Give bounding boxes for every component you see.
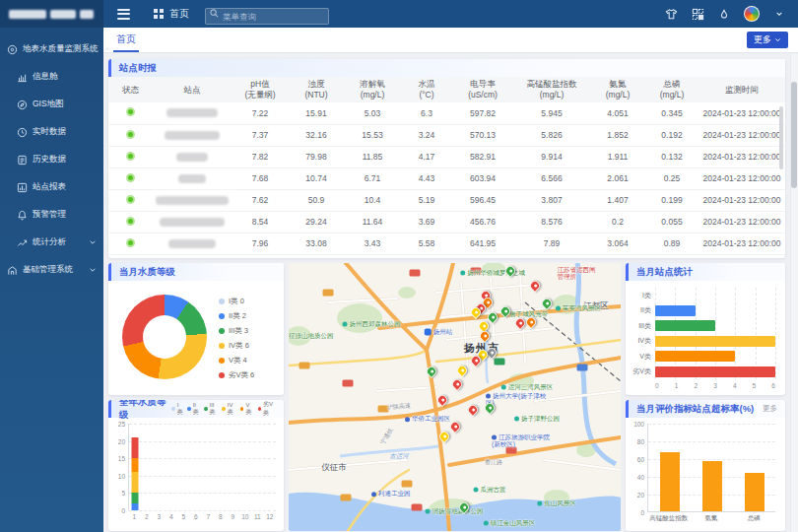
map-marker-green[interactable] — [503, 264, 517, 278]
cell-value: 7.68 — [232, 167, 289, 189]
sidebar-item-1[interactable]: 信息舱 — [0, 63, 103, 91]
map-marker-red[interactable] — [466, 403, 480, 417]
cell-value: 79.98 — [289, 146, 344, 167]
map-marker-yellow[interactable] — [455, 364, 469, 377]
cell-value: 2024-01-23 12:00:00 — [698, 102, 785, 124]
map-marker-green[interactable] — [486, 310, 499, 324]
cell-value: 1.852 — [590, 124, 645, 146]
cell-value: 2024-01-23 12:00:00 — [698, 124, 785, 146]
map-marker-red[interactable] — [435, 393, 449, 407]
table-scrollbar-thumb[interactable] — [779, 106, 783, 169]
chevron-down-icon — [89, 266, 97, 274]
rate-bar-chart: 020406080100 高锰酸盐指数氨氮总磷 — [626, 418, 785, 531]
map-label-park: 润扬湿地森林公园 — [426, 507, 484, 516]
stacked-bar-month-2 — [141, 424, 153, 510]
map-marker-orange[interactable] — [478, 329, 492, 343]
cell-value: 6.3 — [401, 102, 452, 124]
month-station-stats-panel: 当月站点统计 I类II类III类IV类V类劣V类 0123456 — [626, 263, 785, 395]
legend-item[interactable]: III类 3 — [219, 323, 254, 338]
donut-legend: I类 0II类 2III类 3IV类 6V类 4劣V类 6 — [219, 294, 254, 382]
map-marker-red[interactable] — [448, 420, 462, 433]
system-icon — [7, 44, 18, 55]
legend-item[interactable]: II类 2 — [219, 308, 254, 323]
table-row[interactable]: 7.8279.9811.854.17582.919.9141.9110.1322… — [108, 146, 785, 167]
page-scrollbar[interactable] — [790, 54, 798, 532]
panel-more-link[interactable]: 更多 — [763, 404, 777, 414]
cell-value: 0.199 — [645, 189, 698, 211]
map-marker-green[interactable] — [499, 304, 512, 318]
cell-value: 5.03 — [344, 102, 401, 124]
map-marker-green[interactable] — [425, 365, 438, 378]
legend-item[interactable]: 劣V类 6 — [219, 367, 254, 382]
station-name-redacted — [168, 239, 216, 248]
legend-item[interactable]: V类 — [240, 400, 253, 418]
topnav-home-label: 首页 — [169, 7, 189, 21]
topbar: 首页 — [103, 0, 798, 28]
theme-shirt-icon[interactable] — [664, 7, 678, 21]
table-row[interactable]: 7.6810.746.714.43603.946.5662.0610.25202… — [108, 167, 785, 189]
map-marker-green[interactable] — [540, 297, 554, 310]
legend-item[interactable]: I类 — [171, 400, 183, 418]
table-row[interactable]: 7.6250.910.45.19596.453.8071.4070.199202… — [108, 189, 785, 211]
gis-map[interactable]: 扬州市江都区仪征市扬州华侨城梦幻之城唐子城风光带茱萸湾风景区扬州西郊森林公园仪征… — [289, 263, 621, 531]
cell-value: 7.22 — [232, 102, 289, 124]
cell-value: 603.94 — [452, 167, 513, 189]
table-row[interactable]: 8.5429.2411.643.69456.768.5760.20.055202… — [108, 211, 785, 233]
main-area: 首页 更多 站点时报 状态站点pH值(无量纲)浊度(NTU)溶解氧(mg/L)水… — [103, 28, 798, 532]
sidebar-item-8[interactable]: 基础管理系统 — [0, 256, 103, 284]
map-marker-orange[interactable] — [524, 315, 538, 329]
logo-redacted — [9, 10, 46, 19]
legend-item[interactable]: 劣V类 — [258, 400, 276, 418]
sidebar-item-label: 预警管理 — [33, 209, 66, 221]
tab-home[interactable]: 首页 — [113, 28, 139, 52]
legend-item[interactable]: IV类 6 — [219, 338, 254, 353]
stacked-bar-month-11 — [251, 424, 263, 510]
sidebar-item-0[interactable]: 地表水质量监测系统 — [0, 35, 103, 63]
legend-item[interactable]: IV类 — [222, 400, 236, 418]
status-dot-normal — [126, 130, 135, 139]
hbar-row: II类 — [655, 303, 775, 319]
sidebar-item-label: 实时数据 — [33, 126, 66, 138]
table-row[interactable]: 7.9633.083.435.58641.957.893.0640.892024… — [108, 233, 785, 254]
more-button[interactable]: 更多 — [747, 32, 788, 48]
cell-value: 2024-01-23 12:00:00 — [698, 146, 785, 167]
flame-icon[interactable] — [717, 7, 731, 21]
cell-value: 596.45 — [452, 189, 513, 211]
road-shield — [495, 359, 505, 366]
topnav-home[interactable]: 首页 — [152, 7, 189, 21]
hamburger-menu-icon[interactable] — [117, 9, 130, 20]
user-chevron-down-icon[interactable] — [772, 7, 786, 21]
map-marker-green[interactable] — [457, 500, 471, 514]
map-label-poi: 江苏旅游职业学院(新校区) — [492, 433, 553, 448]
status-dot-normal — [126, 152, 135, 161]
cell-value: 5.945 — [513, 102, 590, 124]
map-marker-yellow[interactable] — [437, 430, 451, 443]
sidebar-item-5[interactable]: 站点报表 — [0, 173, 103, 201]
sidebar-item-6[interactable]: 预警管理 — [0, 201, 103, 229]
map-label-park: 茱萸湾风景区 — [556, 304, 601, 313]
column-header: 浊度(NTU) — [289, 77, 344, 102]
map-marker-green[interactable] — [483, 401, 497, 415]
table-row[interactable]: 7.3732.1615.533.24570.135.8261.8520.1922… — [108, 124, 785, 146]
cell-value: 11.85 — [344, 146, 401, 167]
legend-item[interactable]: II类 — [187, 400, 200, 418]
map-label-road: 沪陕高速 — [387, 402, 412, 413]
user-avatar[interactable] — [744, 6, 760, 22]
sidebar: 地表水质量监测系统信息舱GIS地图实时数据历史数据站点报表预警管理统计分析基础管… — [0, 0, 103, 532]
legend-item[interactable]: III类 — [204, 400, 218, 418]
stacked-bar-month-7 — [203, 424, 215, 510]
legend-item[interactable]: V类 4 — [219, 353, 254, 367]
map-label-poi: 扬州大学(扬子津校区) — [486, 392, 547, 407]
page-scrollbar-thumb[interactable] — [791, 82, 797, 188]
search-input[interactable] — [205, 8, 329, 25]
table-row[interactable]: 7.2215.915.036.3597.825.9454.0510.345202… — [108, 102, 785, 124]
sidebar-item-2[interactable]: GIS地图 — [0, 91, 103, 118]
map-marker-red[interactable] — [450, 377, 464, 391]
sidebar-item-7[interactable]: 统计分析 — [0, 229, 103, 256]
sidebar-item-3[interactable]: 实时数据 — [0, 118, 103, 146]
legend-item[interactable]: I类 0 — [219, 294, 254, 308]
map-marker-red[interactable] — [528, 279, 542, 293]
station-name-redacted — [178, 174, 206, 183]
sidebar-item-4[interactable]: 历史数据 — [0, 146, 103, 173]
layout-icon[interactable] — [691, 7, 704, 21]
